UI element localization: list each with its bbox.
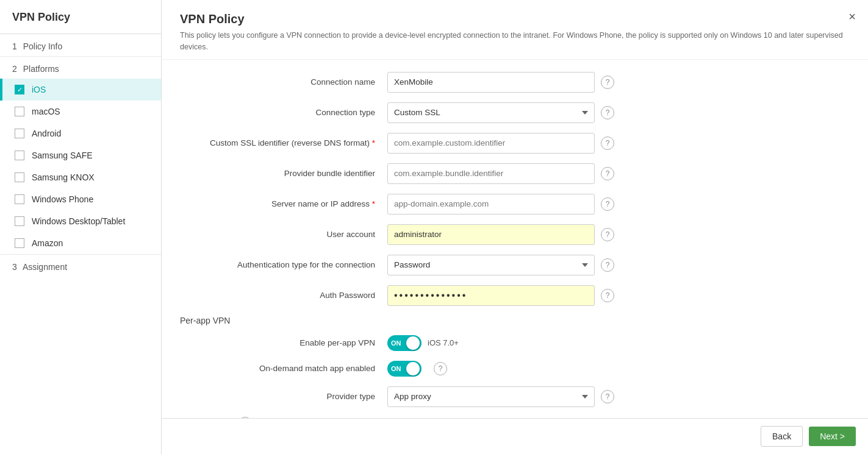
windows-phone-label: Windows Phone	[32, 194, 93, 204]
form-area: Connection name ? Connection type Custom…	[162, 60, 868, 419]
sidebar-item-macos[interactable]: macOS	[0, 101, 161, 122]
connection-type-select[interactable]: Custom SSL L2TP PPTP IPSec IKEv2 Cisco A…	[387, 102, 595, 123]
server-name-label: Server name or IP address *	[180, 199, 387, 210]
enable-per-app-row: Enable per-app VPN ON iOS 7.0+	[180, 335, 850, 351]
server-name-input[interactable]	[387, 194, 595, 215]
ssl-identifier-row: Custom SSL identifier (reverse DNS forma…	[180, 133, 850, 154]
enable-per-app-knob	[406, 336, 420, 350]
samsung-knox-label: Samsung KNOX	[32, 172, 95, 182]
back-button[interactable]: Back	[761, 426, 803, 447]
auth-type-row: Authentication type for the connection P…	[180, 255, 850, 275]
main-content: × VPN Policy This policy lets you config…	[162, 0, 868, 454]
auth-password-help-icon[interactable]: ?	[601, 289, 614, 302]
macos-label: macOS	[32, 107, 60, 116]
windows-desktop-checkbox[interactable]	[15, 216, 24, 226]
connection-type-row: Connection type Custom SSL L2TP PPTP IPS…	[180, 102, 850, 123]
amazon-checkbox[interactable]	[15, 238, 24, 248]
ssl-identifier-help-icon[interactable]: ?	[601, 137, 614, 150]
sidebar-title: VPN Policy	[0, 0, 161, 34]
enable-per-app-toggle-container: ON iOS 7.0+	[387, 335, 459, 351]
user-account-input[interactable]	[387, 224, 595, 245]
close-button[interactable]: ×	[848, 10, 856, 24]
ssl-identifier-input[interactable]	[387, 133, 595, 154]
enable-per-app-toggle[interactable]: ON	[387, 335, 421, 351]
step3-section[interactable]: 3 Assignment	[0, 255, 161, 277]
provider-type-select[interactable]: App proxy Packet tunnel	[387, 386, 595, 407]
auth-password-row: Auth Password ?	[180, 285, 850, 306]
user-account-label: User account	[180, 229, 387, 240]
enable-per-app-label: Enable per-app VPN	[180, 338, 387, 349]
windows-phone-checkbox[interactable]	[15, 194, 24, 204]
ssl-identifier-label: Custom SSL identifier (reverse DNS forma…	[180, 138, 387, 149]
provider-type-help-icon[interactable]: ?	[601, 390, 614, 403]
modal-container: VPN Policy 1 Policy Info 2 Platforms ✓ i…	[0, 0, 868, 454]
provider-bundle-row: Provider bundle identifier ?	[180, 163, 850, 184]
sidebar-item-android[interactable]: Android	[0, 122, 161, 144]
samsung-knox-checkbox[interactable]	[15, 172, 24, 182]
on-demand-row: On-demand match app enabled ON ?	[180, 361, 850, 377]
connection-name-input[interactable]	[387, 72, 595, 93]
main-description: This policy lets you configure a VPN con…	[180, 30, 850, 53]
per-app-vpn-heading: Per-app VPN	[180, 316, 850, 325]
next-button[interactable]: Next >	[809, 427, 856, 446]
user-account-help-icon[interactable]: ?	[601, 228, 614, 241]
footer-bar: Back Next >	[162, 418, 868, 454]
samsung-safe-checkbox[interactable]	[15, 151, 24, 160]
sidebar-item-samsung-knox[interactable]: Samsung KNOX	[0, 166, 161, 188]
samsung-safe-label: Samsung SAFE	[32, 151, 93, 160]
connection-type-label: Connection type	[180, 107, 387, 118]
android-checkbox[interactable]	[15, 129, 24, 138]
on-demand-help-icon[interactable]: ?	[434, 362, 447, 375]
sidebar-item-ios[interactable]: ✓ iOS	[0, 79, 161, 101]
step2-num: 2	[12, 64, 17, 74]
ios-label: iOS	[32, 85, 46, 94]
connection-type-help-icon[interactable]: ?	[601, 106, 614, 119]
android-label: Android	[32, 129, 61, 138]
step1-section[interactable]: 1 Policy Info	[0, 34, 161, 56]
sidebar: VPN Policy 1 Policy Info 2 Platforms ✓ i…	[0, 0, 162, 454]
provider-bundle-help-icon[interactable]: ?	[601, 167, 614, 180]
on-demand-label: On-demand match app enabled	[180, 363, 387, 374]
server-name-row: Server name or IP address * ?	[180, 194, 850, 215]
step2-section: 2 Platforms	[0, 57, 161, 79]
sidebar-item-amazon[interactable]: Amazon	[0, 232, 161, 254]
amazon-label: Amazon	[32, 238, 63, 248]
auth-type-help-icon[interactable]: ?	[601, 258, 614, 272]
sidebar-item-windows-phone[interactable]: Windows Phone	[0, 188, 161, 210]
provider-type-row: Provider type App proxy Packet tunnel ?	[180, 386, 850, 407]
auth-password-label: Auth Password	[180, 290, 387, 301]
auth-type-label: Authentication type for the connection	[180, 260, 387, 271]
step1-num: 1	[12, 41, 17, 51]
sidebar-item-samsung-safe[interactable]: Samsung SAFE	[0, 144, 161, 166]
on-demand-knob	[406, 362, 420, 375]
enable-per-app-toggle-label: ON	[391, 339, 401, 347]
main-header: VPN Policy This policy lets you configur…	[162, 0, 868, 60]
connection-name-row: Connection name ?	[180, 72, 850, 93]
provider-type-label: Provider type	[180, 391, 387, 402]
ios-checkbox[interactable]: ✓	[15, 85, 24, 94]
sidebar-item-windows-desktop[interactable]: Windows Desktop/Tablet	[0, 210, 161, 232]
auth-type-select[interactable]: Password Certificate	[387, 255, 595, 275]
server-name-help-icon[interactable]: ?	[601, 197, 614, 211]
connection-name-help-icon[interactable]: ?	[601, 76, 614, 89]
on-demand-toggle[interactable]: ON	[387, 361, 421, 377]
provider-bundle-label: Provider bundle identifier	[180, 168, 387, 179]
on-demand-toggle-container: ON ?	[387, 361, 447, 377]
provider-bundle-input[interactable]	[387, 163, 595, 184]
enable-per-app-extra: iOS 7.0+	[428, 338, 459, 347]
step2-label: Platforms	[23, 64, 59, 74]
auth-password-input[interactable]	[387, 285, 595, 306]
main-title: VPN Policy	[180, 12, 850, 26]
windows-desktop-label: Windows Desktop/Tablet	[32, 216, 125, 226]
step1-label: Policy Info	[23, 41, 63, 51]
user-account-row: User account ?	[180, 224, 850, 245]
step3-label: Assignment	[23, 262, 67, 272]
connection-name-label: Connection name	[180, 77, 387, 88]
step3-num: 3	[12, 262, 17, 272]
macos-checkbox[interactable]	[15, 107, 24, 116]
on-demand-toggle-label: ON	[391, 365, 401, 372]
